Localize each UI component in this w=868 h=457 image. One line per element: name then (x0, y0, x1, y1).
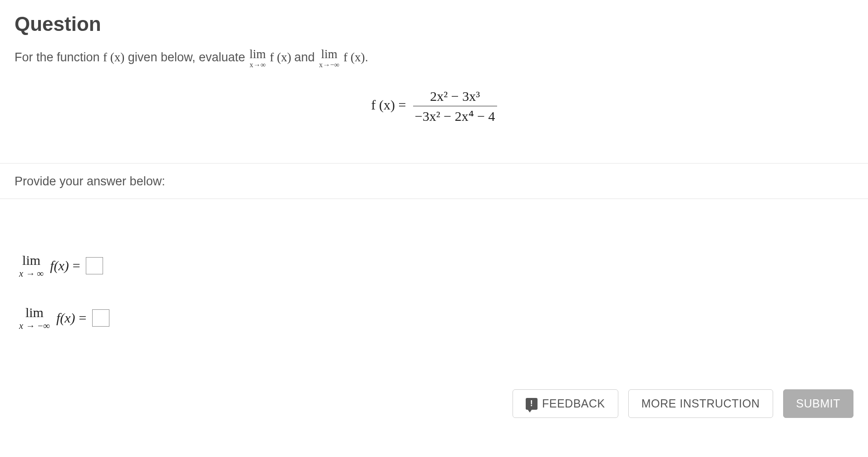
lim-top: lim (250, 48, 266, 60)
prompt-end: . (365, 50, 369, 64)
prompt-fx1: f (x) (267, 50, 295, 64)
answer-prompt: Provide your answer below: (15, 164, 853, 199)
limit-pos-inf: lim x → ∞ (19, 253, 44, 278)
button-bar: ! FEEDBACK MORE INSTRUCTION SUBMIT (0, 389, 868, 426)
equation-lhs: f (x) = (371, 97, 409, 112)
feedback-icon: ! (526, 398, 538, 410)
more-instruction-button[interactable]: MORE INSTRUCTION (628, 389, 773, 418)
lim-top: lim (19, 253, 44, 267)
prompt-text-mid1: given below, evaluate (124, 50, 248, 64)
question-container: Question For the function f (x) given be… (0, 0, 868, 163)
feedback-button[interactable]: ! FEEDBACK (513, 389, 618, 418)
answer-equals: = (73, 258, 80, 273)
limit-pos-inf-inline: limx→∞ (250, 48, 266, 69)
lim-top: lim (19, 306, 50, 319)
prompt-text-pre: For the function (15, 50, 103, 64)
answer-input-pos-inf[interactable] (86, 257, 103, 274)
more-instruction-label: MORE INSTRUCTION (641, 397, 760, 410)
submit-label: SUBMIT (796, 397, 840, 410)
answer-row-neg-inf: lim x → −∞ f(x) = (19, 306, 853, 330)
lim-bot: x→∞ (250, 61, 266, 69)
limit-neg-inf: lim x → −∞ (19, 306, 50, 330)
answer-equals: = (79, 310, 87, 326)
limit-neg-inf-inline: limx→−∞ (319, 48, 340, 69)
answer-fx: f(x) (50, 258, 69, 273)
prompt-fx2: f (x) (340, 50, 365, 64)
equation-numerator: 2x² − 3x³ (413, 89, 497, 106)
page-title: Question (15, 13, 853, 35)
answer-fx: f(x) (56, 310, 75, 326)
lim-bot: x → −∞ (19, 321, 50, 330)
function-definition: f (x) = 2x² − 3x³ −3x² − 2x⁴ − 4 (15, 89, 853, 124)
equation-fraction: 2x² − 3x³ −3x² − 2x⁴ − 4 (413, 89, 497, 124)
answer-area: lim x → ∞ f(x) = lim x → −∞ f(x) = (15, 199, 853, 330)
lim-bot: x → ∞ (19, 269, 44, 278)
submit-button[interactable]: SUBMIT (783, 389, 853, 418)
equation-denominator: −3x² − 2x⁴ − 4 (413, 106, 497, 124)
question-prompt: For the function f (x) given below, eval… (15, 48, 853, 69)
prompt-and: and (294, 50, 318, 64)
lim-bot: x→−∞ (319, 61, 340, 69)
prompt-fx: f (x) (103, 50, 124, 64)
answer-input-neg-inf[interactable] (92, 309, 109, 327)
feedback-label: FEEDBACK (542, 397, 605, 410)
answer-row-pos-inf: lim x → ∞ f(x) = (19, 253, 853, 278)
lim-top: lim (319, 48, 340, 60)
